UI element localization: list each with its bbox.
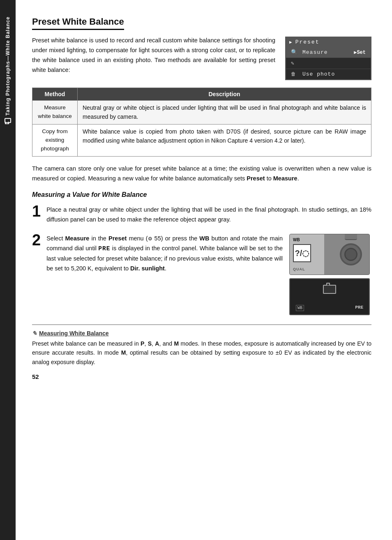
- sidebar: Taking Photographs—White Balance: [0, 0, 16, 540]
- viewfinder-bump: [345, 234, 357, 240]
- sidebar-label: Taking Photographs—White Balance: [5, 16, 11, 115]
- cam-menu-measure-label: Measure: [302, 49, 350, 55]
- wb-label-text: WB: [293, 238, 300, 242]
- bold-preset: Preset: [247, 175, 265, 182]
- step-2-row: Select Measure in the Preset menu (⚙ 55)…: [46, 234, 371, 315]
- note-title: ✎ Measuring White Balance: [32, 330, 371, 337]
- table-header-method: Method: [32, 88, 78, 101]
- table-cell-desc-2: White balance value is copied from photo…: [78, 125, 371, 157]
- step-2-text: Select Measure in the Preset menu (⚙ 55)…: [46, 234, 283, 274]
- note-icon: ✎: [32, 330, 37, 337]
- step2-bold-dirsunlight: Dir. sunlight: [130, 265, 165, 272]
- note-mode-p: P: [141, 340, 144, 347]
- cam-menu-header-arrow: ▶: [289, 39, 293, 45]
- wb-icon-box: ?/◌: [293, 244, 311, 262]
- main-content: Preset White Balance Preset white balanc…: [16, 0, 392, 540]
- step-1-content: Place a neutral gray or white object und…: [46, 205, 371, 225]
- panel-wb-label: WB: [296, 305, 304, 311]
- step2-bold-wb: WB: [199, 235, 209, 242]
- cam-menu-icon-pencil: ✎: [291, 60, 299, 67]
- table-cell-method-2: Copy fromexistingphotograph: [32, 125, 78, 157]
- table-cell-desc-1: Neutral gray or white object is placed u…: [78, 101, 371, 125]
- cam-menu-header: ▶ Preset: [286, 37, 371, 47]
- table-row: Measurewhite balance Neutral gray or whi…: [32, 101, 371, 125]
- cam-top-image: WB ?/◌ QUAL: [289, 234, 370, 275]
- panel-bottom-labels: WB PRE: [290, 305, 369, 311]
- camera-icon: [5, 118, 11, 123]
- lens-shape: [340, 243, 362, 265]
- table-cell-method-1: Measurewhite balance: [32, 101, 78, 125]
- note-mode-s: S: [148, 340, 152, 347]
- lens-inner: [344, 248, 357, 261]
- table-row: Copy fromexistingphotograph White balanc…: [32, 125, 371, 157]
- camera-menu-box: ▶ Preset 🔍 Measure ▶Set ✎ 🗑 Use photo: [285, 37, 371, 80]
- cam-menu-icon-measure: 🔍: [291, 49, 299, 55]
- bold-measure: Measure: [273, 175, 297, 182]
- body-paragraph: The camera can store only one value for …: [32, 164, 371, 184]
- cam-panel-image: WB PRE: [289, 278, 370, 315]
- top-section: Preset white balance is used to record a…: [32, 36, 371, 80]
- note-title-text: Measuring White Balance: [39, 330, 109, 337]
- cam-menu-measure-arrow: ▶Set: [354, 49, 366, 55]
- step2-bold-preset: Preset: [108, 235, 127, 242]
- intro-text: Preset white balance is used to record a…: [32, 36, 275, 75]
- qual-label: QUAL: [293, 267, 305, 271]
- cam-menu-row-pencil[interactable]: ✎: [286, 58, 371, 69]
- panel-pre-label: PRE: [355, 305, 363, 311]
- note-box: ✎ Measuring White Balance Preset white b…: [32, 324, 371, 367]
- note-mode-m: M: [174, 340, 179, 347]
- wb-icon-symbol: ?/◌: [295, 248, 309, 258]
- step-2-block: 2 Select Measure in the Preset menu (⚙ 5…: [32, 234, 371, 315]
- page-title: Preset White Balance: [32, 16, 124, 30]
- step2-ref-icon: ⚙: [148, 236, 152, 242]
- table-header-description: Description: [78, 88, 371, 101]
- cam-menu-icon-usephoto: 🗑: [291, 71, 299, 77]
- panel-cam-top: [326, 283, 330, 285]
- note-text: Preset white balance can be measured in …: [32, 339, 371, 367]
- cam-menu-row-usephoto[interactable]: 🗑 Use photo: [286, 69, 371, 79]
- note-mode-m2: M: [121, 349, 126, 356]
- sidebar-tab: Taking Photographs—White Balance: [5, 16, 11, 123]
- note-mode-a: A: [155, 340, 159, 347]
- cam-menu-usephoto-label: Use photo: [302, 71, 362, 77]
- step-1-block: 1 Place a neutral gray or white object u…: [32, 205, 371, 225]
- cam-menu-header-label: Preset: [295, 39, 320, 45]
- page-number: 52: [32, 373, 371, 380]
- step-2-number: 2: [32, 232, 41, 248]
- method-table: Method Description Measurewhite balance …: [32, 88, 371, 157]
- cam-menu-row-measure[interactable]: 🔍 Measure ▶Set: [286, 47, 371, 58]
- step2-bold-measure: Measure: [65, 235, 90, 242]
- step2-pre-mono: PRE: [98, 245, 110, 252]
- step-2-images: WB ?/◌ QUAL: [289, 234, 371, 315]
- step-1-number: 1: [32, 203, 41, 219]
- section-heading: Measuring a Value for White Balance: [32, 191, 371, 198]
- page-container: Taking Photographs—White Balance Preset …: [0, 0, 392, 540]
- panel-cam-icon: [323, 285, 336, 294]
